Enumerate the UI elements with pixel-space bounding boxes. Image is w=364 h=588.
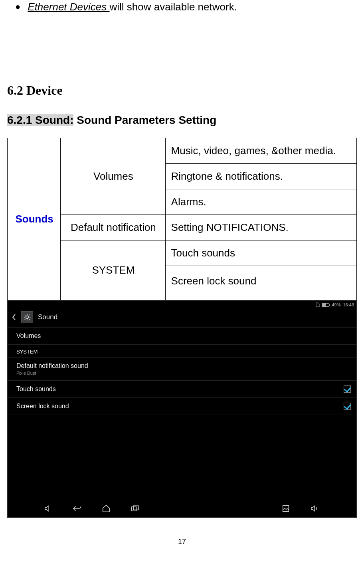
svg-rect-9 <box>132 507 136 511</box>
screen-lock-sound-checkbox[interactable] <box>344 403 351 410</box>
sound-settings-list: Volumes SYSTEM Default notification soun… <box>8 328 356 415</box>
svg-rect-10 <box>134 506 138 510</box>
screenshot-icon[interactable] <box>281 504 290 513</box>
table-cat-volumes: Volumes <box>61 138 165 215</box>
volume-down-icon[interactable] <box>44 504 52 513</box>
battery-icon <box>322 303 329 307</box>
nav-recents-icon[interactable] <box>131 505 140 513</box>
settings-gear-icon <box>21 311 33 323</box>
ethernet-devices-bullet: ● Ethernet Devices will show available n… <box>7 0 357 13</box>
status-clock: 16:43 <box>343 302 354 307</box>
svg-line-5 <box>25 315 26 316</box>
screen-lock-sound-label: Screen lock sound <box>16 403 69 410</box>
svg-line-6 <box>29 319 30 320</box>
heading-sound-rest: Sound Parameters Setting <box>73 114 216 126</box>
ethernet-devices-link: Ethernet Devices <box>28 1 109 13</box>
touch-sounds-label: Touch sounds <box>16 385 56 393</box>
table-cell-music-video: Music, video, games, &other media. <box>165 138 356 164</box>
svg-line-8 <box>29 315 30 316</box>
heading-sound-number: 6.2.1 Sound: <box>7 114 73 126</box>
nav-home-icon[interactable] <box>102 504 111 513</box>
touch-sounds-checkbox[interactable] <box>344 385 351 393</box>
table-cell-alarms: Alarms. <box>165 189 356 215</box>
bullet-rest: will show available network. <box>110 1 237 13</box>
table-cat-system: SYSTEM <box>61 240 165 300</box>
nav-cluster-right <box>281 504 320 513</box>
sound-title-bar[interactable]: Sound <box>8 309 356 328</box>
list-item-default-notification[interactable]: Default notification sound Pixie Dust <box>8 358 356 381</box>
system-category-label: SYSTEM <box>16 349 38 355</box>
nav-cluster-left <box>44 504 140 513</box>
table-rowhead-sounds: Sounds <box>8 138 61 300</box>
sdcard-icon <box>316 302 320 308</box>
heading-sound: 6.2.1 Sound: Sound Parameters Setting <box>7 114 357 127</box>
heading-device: 6.2 Device <box>7 83 357 98</box>
page-number: 17 <box>7 538 357 546</box>
android-sound-screenshot: 49% 16:43 Sound Volumes SYSTEM Default n… <box>7 300 357 518</box>
battery-percent: 49% <box>332 302 340 307</box>
back-icon[interactable] <box>12 314 16 321</box>
android-nav-bar <box>8 499 356 517</box>
svg-line-7 <box>25 319 26 320</box>
table-cell-screen-lock-sound: Screen lock sound <box>165 266 356 300</box>
list-item-touch-sounds[interactable]: Touch sounds <box>8 381 356 398</box>
table-cell-touch-sounds: Touch sounds <box>165 240 356 266</box>
table-cell-ringtone: Ringtone & notifications. <box>165 164 356 189</box>
sound-parameters-table: Sounds Volumes Music, video, games, &oth… <box>7 138 357 300</box>
volumes-label: Volumes <box>16 332 41 340</box>
list-item-volumes[interactable]: Volumes <box>8 328 356 345</box>
android-empty-space <box>8 415 356 499</box>
svg-point-0 <box>26 316 29 319</box>
bullet-text: Ethernet Devices will show available net… <box>28 1 237 13</box>
list-category-system: SYSTEM <box>8 345 356 358</box>
table-cell-setting-notifications: Setting NOTIFICATIONS. <box>165 215 356 240</box>
default-notification-label: Default notification sound <box>16 362 88 369</box>
list-item-screen-lock-sound[interactable]: Screen lock sound <box>8 398 356 415</box>
table-cat-default-notification: Default notification <box>61 215 165 240</box>
volume-up-icon[interactable] <box>310 504 320 513</box>
default-notification-sub: Pixie Dust <box>16 371 88 375</box>
nav-back-icon[interactable] <box>72 505 82 513</box>
bullet-dot-icon: ● <box>15 1 20 13</box>
sound-title: Sound <box>38 313 57 321</box>
status-bar: 49% 16:43 <box>8 301 356 309</box>
svg-rect-11 <box>283 505 289 511</box>
